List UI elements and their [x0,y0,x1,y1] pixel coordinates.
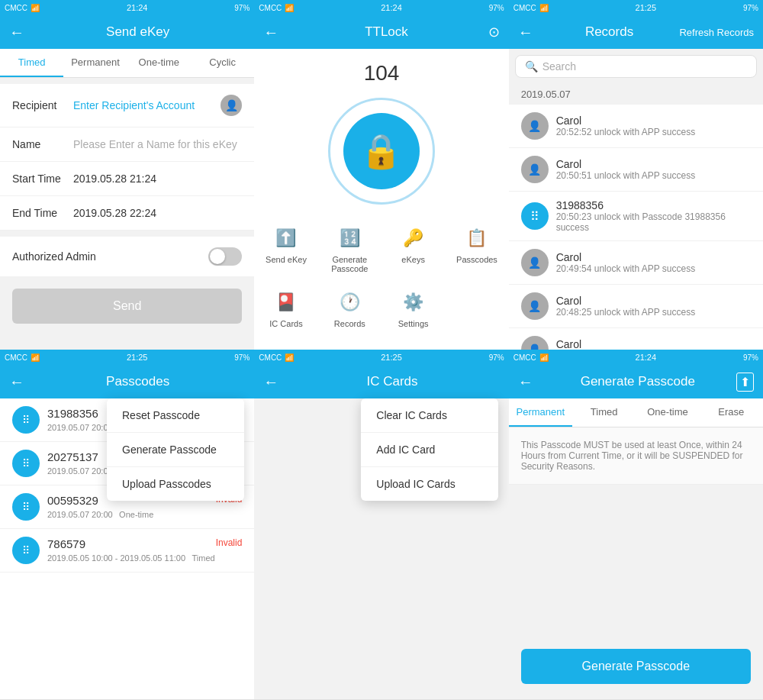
back-button-2[interactable]: ← [263,24,278,41]
start-value[interactable]: 2019.05.28 21:24 [73,173,242,185]
wifi-icon-5: 📶 [285,353,294,362]
screen2-title: TTLock [285,24,488,40]
back-button-3[interactable]: ← [518,24,533,41]
popup-upload-passcodes[interactable]: Upload Passcodes [107,467,244,501]
carrier-2: CMCC [259,4,282,12]
menu-ic-cards[interactable]: 🎴 IC Cards [254,281,317,336]
tab-gen-onetime[interactable]: One-time [636,398,699,427]
name-label: Name [12,138,73,150]
name-input[interactable]: Please Enter a Name for this eKey [73,138,242,150]
authorized-row: Authorized Admin [0,237,254,276]
record-name-2: 31988356 [556,199,751,211]
record-info-0: Carol 20:52:52 unlock with APP success [556,115,751,137]
start-row: Start Time 2019.05.28 21:24 [0,162,254,196]
back-button-1[interactable]: ← [9,24,24,41]
wifi-icon-1: 📶 [31,4,40,12]
back-button-4[interactable]: ← [9,373,24,391]
record-5[interactable]: 👤 Carol 20:44:25 unlock with APP success [509,328,763,350]
end-value[interactable]: 2019.05.28 22:24 [73,207,242,219]
passcodes-icon: 📋 [463,224,491,252]
record-2[interactable]: ⠿ 31988356 20:50:23 unlock with Passcode… [509,192,763,241]
records-list: 👤 Carol 20:52:52 unlock with APP success… [509,105,763,350]
tab-gen-erase[interactable]: Erase [700,398,763,427]
screen-ic-cards: CMCC 📶 21:25 97% ← IC Cards Clear IC Car… [254,350,508,699]
authorized-toggle[interactable] [208,247,242,266]
authorized-label: Authorized Admin [12,250,96,263]
back-button-6[interactable]: ← [518,373,533,391]
popup-reset-passcode[interactable]: Reset Passcode [107,398,244,433]
share-icon[interactable]: ⬆ [736,373,754,392]
screen-records: CMCC 📶 21:25 97% ← Records Refresh Recor… [509,0,763,350]
tab-onetime[interactable]: One-time [127,49,191,77]
end-label: End Time [12,207,73,219]
menu-settings[interactable]: ⚙️ Settings [382,281,445,336]
status-bar-4: CMCC 📶 21:25 97% [0,350,254,365]
tab-permanent[interactable]: Permanent [63,49,127,77]
menu-records[interactable]: 🕐 Records [318,281,382,336]
records-label: Records [334,319,365,328]
passcode-code-2: 00595329 [47,494,98,507]
generate-passcode-label: Generate Passcode [321,255,378,273]
record-avatar-0: 👤 [521,112,549,140]
menu-passcodes[interactable]: 📋 Passcodes [445,217,508,281]
record-1[interactable]: 👤 Carol 20:50:51 unlock with APP success [509,148,763,192]
carrier-4: CMCC [5,353,27,362]
carrier-5: CMCC [259,353,282,362]
passcode-type-3: Timed [192,553,215,563]
back-button-5[interactable]: ← [263,373,278,391]
generate-passcode-button[interactable]: Generate Passcode [521,649,751,684]
passcodes-label: Passcodes [456,255,497,264]
carrier-6: CMCC [513,353,536,362]
lock-circle: 🔒 [328,98,435,205]
tab-timed[interactable]: Timed [0,49,63,77]
record-0[interactable]: 👤 Carol 20:52:52 unlock with APP success [509,105,763,148]
send-button[interactable]: Send [12,289,242,324]
screen6-title: Generate Passcode [539,374,736,389]
menu-generate-passcode[interactable]: 🔢 Generate Passcode [318,217,382,281]
popup-clear-ic-cards[interactable]: Clear IC Cards [361,398,498,433]
passcode-icon-1: ⠿ [12,450,40,477]
menu-grid: ⬆️ Send eKey 🔢 Generate Passcode 🔑 eKeys… [254,205,508,348]
menu-ekeys[interactable]: 🔑 eKeys [382,217,445,281]
recipient-label: Recipient [12,99,73,111]
passcode-item-3[interactable]: ⠿ 786579 Invalid 2019.05.05 10:00 - 2019… [0,529,254,573]
ic-cards-icon: 🎴 [272,289,300,316]
tab-gen-timed[interactable]: Timed [572,398,636,427]
refresh-records-btn[interactable]: Refresh Records [679,27,754,38]
wifi-icon-3: 📶 [539,4,549,12]
screen-send-ekey: CMCC 📶 21:24 97% ← Send eKey Timed Perma… [0,0,254,350]
time-2: 21:24 [381,3,402,12]
ic-cards-label: IC Cards [269,319,302,328]
record-avatar-3: 👤 [521,249,549,276]
popup-upload-ic-cards[interactable]: Upload IC Cards [361,467,498,501]
status-bar-1: CMCC 📶 21:24 97% [0,0,254,15]
tab-cyclic[interactable]: Cyclic [191,49,254,77]
camera-icon[interactable]: ⊙ [488,24,500,40]
ttlock-body: 104 🔒 ⬆️ Send eKey 🔢 Generate Passcode 🔑… [254,49,508,350]
search-input-container[interactable]: 🔍 Search [515,55,757,78]
lock-symbol: 🔒 [360,131,402,171]
popup-generate-passcode[interactable]: Generate Passcode [107,433,244,467]
record-name-5: Carol [556,338,751,350]
lock-number: 104 [364,61,400,85]
wifi-icon-6: 📶 [539,353,549,362]
record-4[interactable]: 👤 Carol 20:48:25 unlock with APP success [509,285,763,328]
recipient-input[interactable]: Enter Recipient's Account [73,99,221,111]
record-name-4: Carol [556,295,751,307]
send-ekey-icon: ⬆️ [272,224,300,252]
passcode-date-0: 2019.05.07 20:00 [47,423,113,432]
wifi-icon-4: 📶 [31,353,40,362]
recipient-icon[interactable]: 👤 [221,95,242,116]
send-ekey-label: Send eKey [266,255,307,264]
battery-1: 97% [234,4,250,12]
tabs-1: Timed Permanent One-time Cyclic [0,49,254,78]
record-3[interactable]: 👤 Carol 20:49:54 unlock with APP success [509,241,763,285]
battery-6: 97% [743,353,758,362]
menu-send-ekey[interactable]: ⬆️ Send eKey [254,217,317,281]
tabs-gen: Permanent Timed One-time Erase [509,398,763,427]
popup-add-ic-card[interactable]: Add IC Card [361,433,498,467]
record-info-2: 31988356 20:50:23 unlock with Passcode 3… [556,199,751,233]
screen5-title: IC Cards [285,374,499,389]
tab-gen-permanent[interactable]: Permanent [509,398,572,427]
toggle-knob [210,249,225,264]
